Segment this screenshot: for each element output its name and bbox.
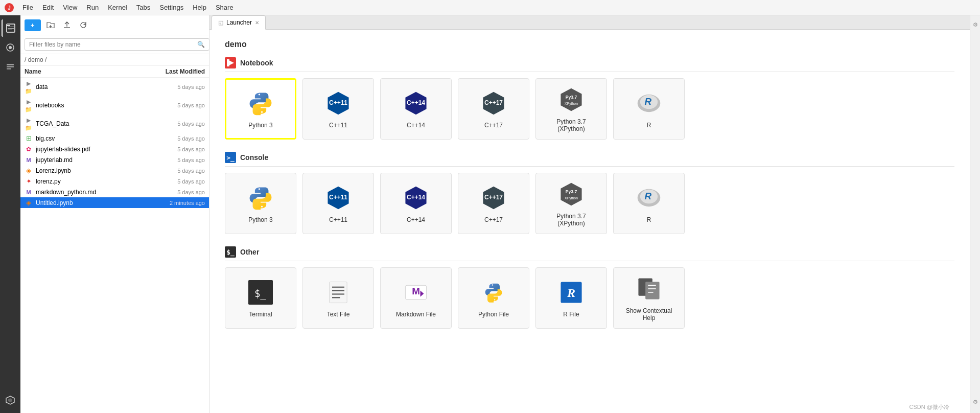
launcher-item-cpp11-console[interactable]: C++11 C++11 (302, 173, 374, 234)
svg-rect-2 (7, 25, 10, 26)
launcher-item-python37-nb[interactable]: Py3.7 XPython Python 3.7(XPython) (535, 78, 607, 140)
csv-icon: ⊞ (26, 134, 32, 142)
sidebar-extensions-btn[interactable] (2, 392, 19, 409)
search-input[interactable] (25, 38, 209, 51)
file-name: lorenz.py (36, 178, 174, 185)
item-label-rfile: R File (563, 311, 579, 318)
right-sidebar-settings-top[interactable]: ⚙ (971, 17, 980, 32)
menu-run[interactable]: Run (82, 3, 103, 12)
svg-rect-11 (7, 68, 11, 70)
svg-rect-4 (8, 27, 14, 27)
file-date: 5 days ago (177, 84, 205, 90)
new-folder-button[interactable] (44, 18, 57, 32)
file-type-icon: ⊞ (25, 134, 33, 142)
file-item[interactable]: ◈ Untitled.ipynb 2 minutes ago (20, 197, 209, 208)
ipynb-icon: ◈ (26, 167, 31, 174)
section-label-notebook: Notebook (240, 59, 273, 67)
launcher-title: demo (225, 40, 954, 49)
file-type-icon: ✦ (25, 177, 33, 185)
sidebar-commands-btn[interactable] (2, 58, 19, 76)
launcher-item-markdownfile[interactable]: M Markdown File (380, 267, 452, 329)
item-icon-cpp17: C++17 (479, 89, 508, 118)
menu-help[interactable]: Help (189, 3, 211, 12)
file-item[interactable]: M jupyterlab.md 5 days ago (20, 154, 209, 165)
item-icon-r: R (635, 89, 663, 118)
launcher-item-python37-console[interactable]: Py3.7 XPython Python 3.7(XPython) (535, 173, 607, 234)
item-icon-cpp14: C++14 (402, 89, 430, 118)
launcher-item-cpp14-nb[interactable]: C++14 C++14 (380, 78, 452, 140)
menu-view[interactable]: View (59, 3, 81, 12)
item-label-contextualhelp: Show Contextual Help (620, 307, 678, 322)
file-type-icon: ◈ (25, 167, 33, 174)
svg-rect-54 (645, 282, 659, 299)
file-item[interactable]: ▶ 📁 TCGA_Data 5 days ago (20, 114, 209, 133)
item-icon-python (246, 183, 275, 212)
upload-button[interactable] (60, 18, 74, 32)
svg-text:$_: $_ (254, 288, 266, 300)
launcher-item-r-console[interactable]: R R (613, 173, 685, 234)
folder-icon: ▶ 📁 (25, 80, 32, 94)
launcher-item-contextualhelp[interactable]: Show Contextual Help (613, 267, 685, 329)
launcher-item-cpp17-nb[interactable]: C++17 C++17 (458, 78, 529, 140)
sidebar-files-btn[interactable] (2, 19, 19, 37)
file-item[interactable]: ▶ 📁 data 5 days ago (20, 78, 209, 96)
file-name: TCGA_Data (36, 120, 174, 127)
item-icon-cpp14: C++14 (402, 183, 430, 212)
launcher-item-cpp17-console[interactable]: C++17 C++17 (458, 173, 529, 234)
file-item[interactable]: ▶ 📁 notebooks 5 days ago (20, 96, 209, 114)
launcher-item-rfile[interactable]: R R File (535, 267, 607, 329)
file-item[interactable]: ⊞ big.csv 5 days ago (20, 133, 209, 144)
item-label-python37-nb: Python 3.7(XPython) (556, 118, 586, 132)
svg-rect-5 (8, 28, 14, 29)
launcher-item-cpp14-console[interactable]: C++14 C++14 (380, 173, 452, 234)
launcher-item-terminal[interactable]: $_ Terminal (225, 267, 296, 329)
new-launcher-button[interactable]: + (25, 19, 41, 31)
launcher-item-textfile[interactable]: Text File (302, 267, 374, 329)
launcher-item-python3-console[interactable]: Python 3 (225, 173, 296, 234)
section-icon-other: $_ (225, 246, 236, 258)
launcher-item-python3-nb[interactable]: Python 3 (225, 78, 296, 140)
md-icon: M (26, 189, 31, 195)
svg-text:C++14: C++14 (407, 99, 425, 106)
menu-kernel[interactable]: Kernel (104, 3, 131, 12)
file-list: ▶ 📁 data 5 days ago ▶ 📁 notebooks 5 days… (20, 78, 209, 413)
file-item[interactable]: ✦ lorenz.py 5 days ago (20, 176, 209, 187)
item-label-cpp14-console: C++14 (407, 216, 425, 223)
item-icon-cpp11: C++11 (324, 183, 353, 212)
menu-share[interactable]: Share (212, 3, 238, 12)
file-name: jupyterlab-slides.pdf (36, 146, 174, 153)
sidebar-running-btn[interactable] (2, 39, 19, 56)
item-label-cpp11-nb: C++11 (329, 122, 347, 129)
launcher-tab-icon: ◱ (218, 19, 223, 26)
tab-close-btn[interactable]: ✕ (255, 20, 259, 26)
menu-file[interactable]: File (18, 3, 37, 12)
item-grid-console: Python 3 C++11 C++11 C++14 C++14 C++17 C… (225, 173, 954, 234)
file-toolbar: + (20, 15, 209, 35)
right-sidebar-settings-bottom[interactable]: ⚙ (971, 395, 980, 409)
svg-text:XPython: XPython (565, 102, 578, 106)
file-item[interactable]: ✿ jupyterlab-slides.pdf 5 days ago (20, 144, 209, 154)
file-type-icon: ▶ 📁 (25, 98, 33, 113)
menu-bar: J File Edit View Run Kernel Tabs Setting… (0, 0, 980, 15)
file-type-icon: ▶ 📁 (25, 116, 33, 131)
file-item[interactable]: ◈ Lorenz.ipynb 5 days ago (20, 165, 209, 176)
item-grid-other: $_ Terminal Text File M Markdown File (225, 267, 954, 329)
file-date: 5 days ago (177, 157, 205, 163)
py-icon: ✦ (26, 177, 32, 185)
svg-text:C++17: C++17 (484, 194, 503, 201)
launcher-item-pythonfile[interactable]: Python File (458, 267, 529, 329)
svg-text:J: J (8, 5, 11, 11)
refresh-button[interactable] (77, 18, 90, 32)
section-other: $_ Other $_ Terminal Text File M Markdow… (225, 246, 954, 329)
launcher-item-cpp11-nb[interactable]: C++11 C++11 (302, 78, 374, 140)
menu-tabs[interactable]: Tabs (132, 3, 154, 12)
launcher-item-r-nb[interactable]: R R (613, 78, 685, 140)
file-item[interactable]: M markdown_python.md 5 days ago (20, 187, 209, 197)
main-area: + 🔍 / demo / Name Last Modified ▶ 📁 dat (0, 15, 980, 413)
menu-edit[interactable]: Edit (38, 3, 58, 12)
app-logo: J (4, 3, 14, 13)
tab-launcher[interactable]: ◱ Launcher ✕ (212, 15, 266, 30)
section-notebook: Notebook Python 3 C++11 C++11 C++14 (225, 57, 954, 140)
menu-settings[interactable]: Settings (155, 3, 188, 12)
file-panel: + 🔍 / demo / Name Last Modified ▶ 📁 dat (20, 15, 209, 413)
